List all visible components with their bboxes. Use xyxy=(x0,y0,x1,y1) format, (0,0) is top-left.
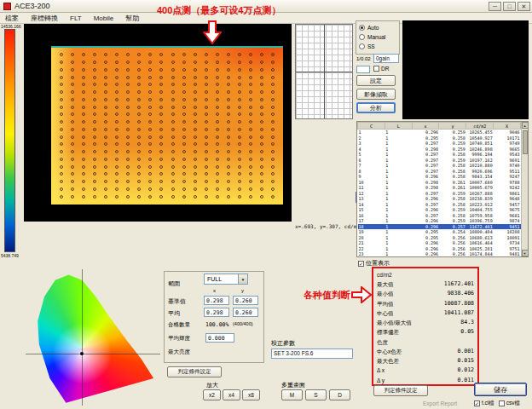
calibration-field[interactable]: SET 3-200 FS.6 xyxy=(271,349,353,359)
measure-point xyxy=(93,180,96,183)
range-x-field[interactable]: 0.298 xyxy=(204,308,229,317)
measure-point xyxy=(271,165,275,169)
measure-point xyxy=(148,195,152,199)
measure-point xyxy=(93,90,96,94)
measure-point xyxy=(137,90,141,94)
mode-radio-ss[interactable]: SS xyxy=(359,42,396,51)
column-header[interactable]: C xyxy=(358,123,385,130)
measure-point xyxy=(216,120,219,124)
measure-point xyxy=(216,135,219,139)
measure-point xyxy=(126,180,130,183)
multi-screen-button-M[interactable]: M xyxy=(281,389,303,400)
column-header[interactable]: X xyxy=(494,123,521,130)
dr-checkbox[interactable]: DR xyxy=(373,66,389,72)
judge-condition-button-right[interactable]: 判定條件設定 xyxy=(373,385,428,396)
measure-point xyxy=(104,128,107,131)
range-y-field[interactable]: 0.260 xyxy=(233,308,258,317)
gain-field[interactable]: 0gain xyxy=(373,54,399,63)
avg-luminance-field[interactable]: 0.000 xyxy=(205,333,234,343)
menu-item-檔案[interactable]: 檔案 xyxy=(3,14,20,23)
measure-point xyxy=(148,142,152,146)
measure-point xyxy=(82,172,85,176)
menu-item-FLT[interactable]: FLT xyxy=(68,14,84,22)
mode-radio-manual[interactable]: Manual xyxy=(359,32,396,42)
zoom-button-x4[interactable]: x4 xyxy=(223,389,240,400)
measure-point xyxy=(60,98,63,101)
measure-point xyxy=(249,106,252,109)
measure-point xyxy=(194,106,197,109)
multi-screen-button-D[interactable]: D xyxy=(329,389,350,400)
radio-icon xyxy=(359,43,365,49)
range-y-field[interactable]: 0.260 xyxy=(233,296,258,305)
measure-point xyxy=(182,180,186,183)
zoom-button-x8[interactable]: x8 xyxy=(242,389,260,400)
checkbox-label: csv檔 xyxy=(506,400,520,407)
mode-radio-auto[interactable]: Auto xyxy=(359,23,396,32)
measure-point xyxy=(182,60,186,64)
table-scrollbar[interactable]: ▲ ▼ xyxy=(521,122,528,256)
measure-point xyxy=(60,187,63,191)
measure-point xyxy=(227,90,230,94)
luminance-heatmap[interactable] xyxy=(51,46,283,204)
measure-point xyxy=(159,120,163,124)
column-header[interactable]: x xyxy=(412,123,439,130)
filetype-checkbox-t.cl檔[interactable]: ✓t.cl檔 xyxy=(474,400,494,407)
column-header[interactable]: cd/m2 xyxy=(466,123,494,130)
judge-condition-button-left[interactable]: 判定條件設定 xyxy=(167,366,222,377)
scroll-up-icon[interactable]: ▲ xyxy=(522,122,529,129)
zoom-button-x2[interactable]: x2 xyxy=(203,389,221,400)
measure-point xyxy=(271,120,275,124)
image-capture-button[interactable]: 影像擷取 xyxy=(356,89,396,100)
menu-item-幫助[interactable]: 幫助 xyxy=(124,14,141,23)
measure-point xyxy=(194,165,197,169)
measure-point xyxy=(82,76,85,79)
measure-point xyxy=(60,150,63,153)
minimize-button[interactable]: ─ xyxy=(489,2,501,11)
table-row[interactable]: 110.2960.25910265.4559046 xyxy=(358,130,521,135)
measure-point xyxy=(82,150,85,153)
range-x-field[interactable]: 0.298 xyxy=(204,296,229,305)
close-button[interactable]: ✕ xyxy=(518,2,530,11)
measure-point xyxy=(126,112,130,116)
maximize-button[interactable]: □ xyxy=(503,2,516,11)
column-header[interactable]: y xyxy=(439,123,466,130)
analyze-button[interactable]: 分析 xyxy=(356,102,396,113)
measure-point xyxy=(82,120,85,124)
range-dropdown[interactable]: FULL ▼ xyxy=(204,274,248,285)
scroll-down-icon[interactable]: ▼ xyxy=(522,250,529,256)
measure-point xyxy=(271,76,275,79)
measure-point xyxy=(115,112,119,116)
save-button[interactable]: 儲存 xyxy=(474,383,527,396)
measure-point xyxy=(205,142,208,146)
radio-icon xyxy=(359,25,365,31)
measure-point xyxy=(171,60,175,64)
filetype-checkbox-csv檔[interactable]: csv檔 xyxy=(499,400,520,407)
measure-point xyxy=(260,120,263,124)
menu-item-Mobile[interactable]: Mobile xyxy=(92,14,116,22)
stat-row: 標準偏差0.05 xyxy=(377,327,474,337)
measure-point xyxy=(171,106,175,109)
menu-item-座標轉換[interactable]: 座標轉換 xyxy=(29,14,60,23)
column-header[interactable]: L xyxy=(385,123,412,130)
stat-value: 84.3 xyxy=(460,318,474,327)
measure-point xyxy=(238,106,241,109)
measure-point xyxy=(60,165,63,169)
export-report-button[interactable]: Export Report xyxy=(423,400,457,406)
stat-row: 中心值10411.087 xyxy=(377,308,474,318)
measure-point xyxy=(249,165,252,169)
cie-chromaticity-diagram[interactable] xyxy=(26,269,160,406)
settings-button[interactable]: 設定 xyxy=(356,75,396,86)
measurement-canvas[interactable] xyxy=(24,24,292,222)
measure-point xyxy=(238,90,241,94)
measure-point xyxy=(82,128,85,131)
chevron-down-icon[interactable]: ▼ xyxy=(238,274,247,284)
measure-point xyxy=(126,142,130,146)
measure-point xyxy=(104,180,107,183)
multi-screen-button-S[interactable]: S xyxy=(305,389,327,400)
measure-point xyxy=(205,150,208,153)
dr-option-box[interactable] xyxy=(356,66,370,73)
annotation-down-arrow xyxy=(203,20,222,44)
measure-point xyxy=(159,106,163,109)
scrollbar-thumb[interactable] xyxy=(523,130,528,154)
table-row[interactable]: 2310.2960.25610174.8449481 xyxy=(358,251,521,257)
